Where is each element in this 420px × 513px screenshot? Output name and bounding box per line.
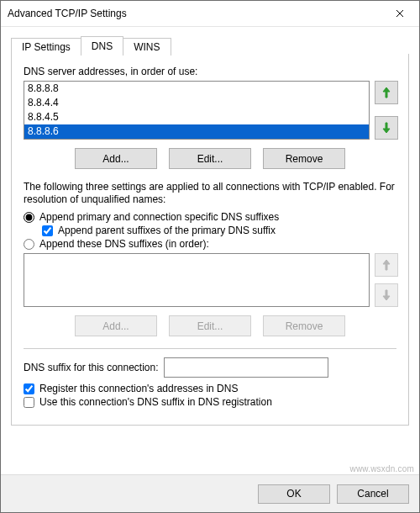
check-use-suffix-input[interactable] xyxy=(24,397,34,408)
dialog-footer: OK Cancel xyxy=(1,474,419,512)
check-register-dns-input[interactable] xyxy=(24,383,34,394)
dns-list-label: DNS server addresses, in order of use: xyxy=(24,66,396,77)
move-down-button[interactable] xyxy=(375,116,398,140)
dns-server-item[interactable]: 8.8.8.6 xyxy=(24,124,369,139)
dns-reorder-buttons xyxy=(375,81,396,140)
ok-button[interactable]: OK xyxy=(258,484,330,504)
conn-suffix-field: DNS suffix for this connection: xyxy=(24,357,396,378)
check-register-dns-label: Register this connection's addresses in … xyxy=(39,383,238,394)
arrow-down-icon xyxy=(381,289,391,301)
radio-append-primary[interactable]: Append primary and connection specific D… xyxy=(24,211,396,223)
dns-server-item[interactable]: 8.8.4.5 xyxy=(24,110,369,124)
arrow-down-icon xyxy=(381,122,391,134)
suffix-list-group xyxy=(24,253,396,307)
check-register-dns[interactable]: Register this connection's addresses in … xyxy=(24,383,396,394)
close-icon xyxy=(396,9,404,18)
suffix-move-down-button xyxy=(375,283,398,307)
radio-append-primary-label: Append primary and connection specific D… xyxy=(39,211,279,223)
divider xyxy=(24,348,396,349)
suffix-list[interactable] xyxy=(24,253,370,307)
tab-strip: IP Settings DNS WINS xyxy=(11,35,409,55)
radio-append-these-input[interactable] xyxy=(24,239,34,250)
arrow-up-icon xyxy=(381,259,391,271)
move-up-button[interactable] xyxy=(375,81,398,104)
check-append-parent-input[interactable] xyxy=(42,225,53,236)
suffix-edit-button: Edit... xyxy=(169,315,251,336)
suffix-buttons: Add... Edit... Remove xyxy=(24,315,396,336)
titlebar: Advanced TCP/IP Settings xyxy=(1,1,419,27)
dns-server-list[interactable]: 8.8.8.8 8.8.4.4 8.8.4.5 8.8.8.6 xyxy=(24,81,370,140)
radio-append-primary-input[interactable] xyxy=(24,212,34,223)
dialog-window: Advanced TCP/IP Settings IP Settings DNS… xyxy=(0,0,420,513)
client-area: IP Settings DNS WINS DNS server addresse… xyxy=(1,27,419,426)
radio-append-these[interactable]: Append these DNS suffixes (in order): xyxy=(24,238,396,250)
conn-suffix-label: DNS suffix for this connection: xyxy=(24,362,159,373)
suffix-remove-button: Remove xyxy=(263,315,345,336)
check-use-suffix[interactable]: Use this connection's DNS suffix in DNS … xyxy=(24,396,396,408)
suffix-move-up-button xyxy=(375,253,398,277)
check-use-suffix-label: Use this connection's DNS suffix in DNS … xyxy=(39,396,272,408)
tab-ip-settings[interactable]: IP Settings xyxy=(11,38,81,56)
dns-list-buttons: Add... Edit... Remove xyxy=(24,148,396,169)
dns-explain-text: The following three settings are applied… xyxy=(24,181,396,206)
arrow-up-icon xyxy=(381,87,391,98)
add-button[interactable]: Add... xyxy=(75,148,157,169)
check-append-parent-label: Append parent suffixes of the primary DN… xyxy=(58,225,276,236)
tab-dns[interactable]: DNS xyxy=(81,36,123,56)
dns-server-item[interactable]: 8.8.4.4 xyxy=(24,96,369,110)
suffix-add-button: Add... xyxy=(75,315,157,336)
radio-append-these-label: Append these DNS suffixes (in order): xyxy=(39,238,209,250)
tab-wins[interactable]: WINS xyxy=(123,38,171,56)
tab-panel-dns: DNS server addresses, in order of use: 8… xyxy=(11,54,409,426)
remove-button[interactable]: Remove xyxy=(263,148,345,169)
suffix-reorder-buttons xyxy=(375,253,396,307)
edit-button[interactable]: Edit... xyxy=(169,148,251,169)
dns-server-item[interactable]: 8.8.8.8 xyxy=(24,82,369,96)
watermark: www.wsxdn.com xyxy=(349,464,414,473)
dns-list-group: 8.8.8.8 8.8.4.4 8.8.4.5 8.8.8.6 xyxy=(24,81,396,140)
check-append-parent[interactable]: Append parent suffixes of the primary DN… xyxy=(42,225,396,236)
close-button[interactable] xyxy=(381,1,419,26)
window-title: Advanced TCP/IP Settings xyxy=(8,8,381,19)
cancel-button[interactable]: Cancel xyxy=(337,484,409,504)
conn-suffix-input[interactable] xyxy=(164,357,328,378)
